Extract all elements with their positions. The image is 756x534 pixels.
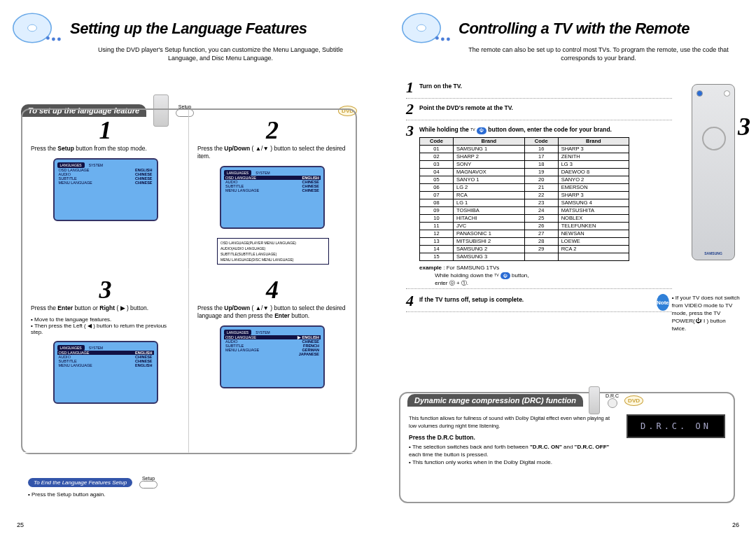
svg-point-3	[52, 38, 55, 41]
text: button,	[512, 272, 528, 279]
tv-label: TV	[494, 273, 498, 277]
table-cell: HITACHI	[453, 214, 524, 222]
table-row: 12PANASONIC 127NEWSAN	[420, 230, 629, 237]
table-cell: SHARP 3	[558, 145, 629, 153]
table-row: 11JVC26TELEFUNKEN	[420, 222, 629, 230]
power-icon: ⏻	[477, 127, 486, 134]
text: Point the DVD's remote at the TV.	[419, 104, 513, 111]
table-cell: 02	[420, 153, 454, 160]
table-cell: 29	[524, 245, 558, 253]
table-cell: 15	[420, 253, 454, 260]
table-cell: 28	[524, 237, 558, 245]
table-cell: JVC	[453, 222, 524, 230]
table-cell: 11	[420, 222, 454, 230]
text: button from the stop mode.	[74, 145, 147, 152]
disc-icon	[399, 10, 455, 52]
step-number: 3	[31, 275, 180, 304]
step-4: 4 Press the Up/Down ( ▲/▼ ) button to se…	[189, 269, 356, 454]
text: This function only works when in the Dol…	[412, 459, 552, 465]
table-cell: 07	[420, 191, 454, 199]
step-3: 3 Press the Enter button or Right ( ▶ ) …	[22, 269, 189, 454]
tv-label: TV	[470, 127, 475, 132]
text: If the TV turns off, setup is complete.	[419, 296, 524, 303]
text: (PLAYER MENU LANGUAGE)	[248, 241, 296, 245]
table-cell: 06	[420, 183, 454, 191]
table-cell	[524, 253, 558, 260]
text: button down, enter the code for your bra…	[488, 126, 612, 133]
step-number: 4	[406, 292, 414, 310]
table-cell: DAEWOO 8	[558, 168, 629, 176]
text: each time the button is pressed.	[409, 451, 488, 458]
tab: SYSTEM	[86, 345, 106, 351]
step-number: 1	[31, 115, 180, 145]
text: ENGLISH	[135, 363, 152, 367]
svg-point-4	[57, 38, 61, 41]
table-cell: EMERSON	[558, 183, 629, 191]
text: Press the Setup button again.	[31, 491, 105, 498]
text: Press the	[197, 304, 224, 311]
tab: LANGUAGES	[224, 330, 251, 335]
table-row: 15SAMSUNG 3	[420, 253, 629, 260]
text: CHINESE	[302, 188, 319, 192]
table-row: 02SHARP 217ZENITH	[420, 153, 629, 160]
step-number: 2	[406, 100, 414, 118]
table-cell: SANYO 2	[558, 176, 629, 183]
page-subtitle: Using the DVD player's Setup function, y…	[84, 45, 357, 62]
text: : For SAMSUNG 1TVs	[442, 265, 499, 271]
drc-label: D.R.C	[606, 393, 619, 398]
table-row: 01SAMSUNG 116SHARP 3	[420, 145, 629, 153]
table-cell: SHARP 3	[558, 191, 629, 199]
table-cell: 20	[524, 176, 558, 183]
table-row: 13MITSUBISHI 228LOEWE	[420, 237, 629, 245]
table-row: 09TOSHIBA24MATSUSHITA	[420, 206, 629, 214]
table-row: 14SAMSUNG 229RCA 2	[420, 245, 629, 253]
text: button or	[73, 304, 99, 311]
table-row: 05SANYO 120SANYO 2	[420, 176, 629, 183]
text: (SUBTITLE LANGUAGE)	[237, 252, 276, 256]
step-1: 1 Press the Setup button from the stop m…	[22, 110, 189, 269]
th: Brand	[453, 137, 524, 145]
text: MENU LANGUAGE	[59, 181, 92, 185]
table-cell: 05	[420, 176, 454, 183]
table-cell: 24	[524, 206, 558, 214]
end-setup-header: To End the Language Features Setup	[28, 478, 132, 487]
text: Enter	[57, 304, 73, 311]
setup-button-icon	[139, 481, 158, 489]
example-label: example	[419, 265, 442, 271]
text: Turn on the TV.	[419, 83, 462, 90]
tab: SYSTEM	[253, 170, 273, 176]
table-cell: 18	[524, 160, 558, 168]
table-cell: 23	[524, 199, 558, 206]
text: JAPANESE	[299, 352, 319, 356]
table-cell: 17	[524, 153, 558, 160]
table-cell: 21	[524, 183, 558, 191]
table-row: 08LG 123SAMSUNG 4	[420, 199, 629, 206]
table-cell: SAMSUNG 2	[453, 245, 524, 253]
text: CHINESE	[135, 181, 152, 185]
svg-point-9	[447, 38, 450, 41]
table-cell: 10	[420, 214, 454, 222]
remote-icon	[589, 386, 600, 414]
step-number: 1	[406, 78, 414, 97]
table-row: 06LG 221EMERSON	[420, 183, 629, 191]
svg-point-7	[435, 36, 439, 40]
table-cell: SAMSUNG 4	[558, 199, 629, 206]
table-cell: SONY	[453, 160, 524, 168]
tab: SYSTEM	[253, 330, 273, 335]
samsung-logo: SAMSUNG	[692, 251, 734, 255]
tab: LANGUAGES	[57, 162, 85, 168]
table-cell: 08	[420, 199, 454, 206]
bullet-text: Move to the language features.	[34, 316, 111, 323]
lcd-display: D.R.C. ON	[626, 414, 725, 438]
text: ( ▶ ) button.	[115, 304, 148, 311]
drc-description: This function allows for fullness of sou…	[409, 414, 617, 430]
text: and	[562, 444, 575, 450]
th: Code	[420, 137, 454, 145]
brand-code-table: Code Brand Code Brand 01SAMSUNG 116SHARP…	[419, 137, 629, 261]
text: (DISC MENU LANGUAGE)	[251, 258, 294, 262]
table-cell: SHARP 2	[453, 153, 524, 160]
table-cell: TOSHIBA	[453, 206, 524, 214]
page-number: 25	[17, 521, 24, 528]
dvd-logo-icon: DVD	[624, 395, 643, 406]
text: "D.R.C. ON"	[530, 444, 562, 450]
